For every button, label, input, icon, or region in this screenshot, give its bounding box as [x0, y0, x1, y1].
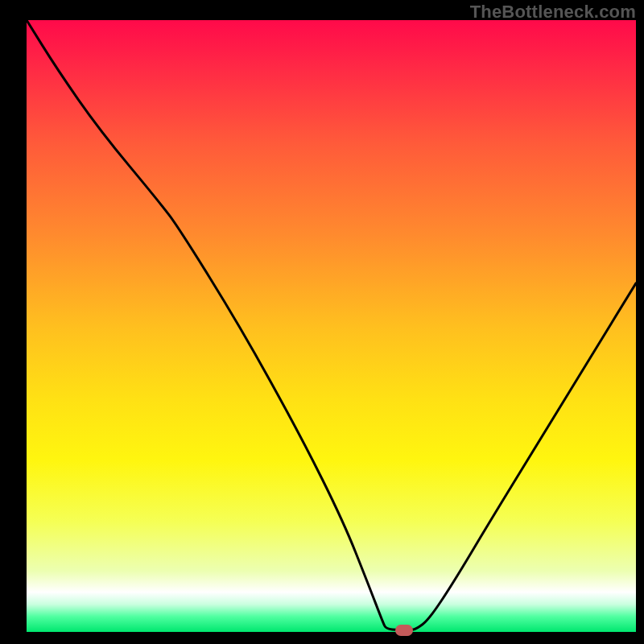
- plot-svg: [27, 20, 636, 632]
- gradient-background: [27, 20, 636, 632]
- watermark-text: TheBottleneck.com: [470, 2, 636, 23]
- optimal-marker: [395, 625, 413, 636]
- chart-frame: TheBottleneck.com: [0, 0, 644, 644]
- plot-area: [27, 20, 636, 632]
